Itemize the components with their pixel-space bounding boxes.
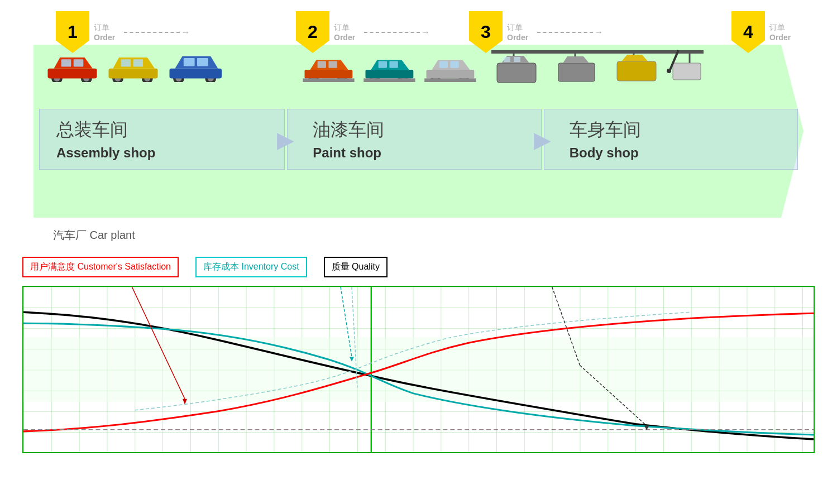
arrow-head-3: → xyxy=(594,27,603,37)
legend-row: 用户满意度 Customer's Satisfaction 库存成本 Inven… xyxy=(22,257,815,277)
car-plant-section: 1 订单 Order → 2 订单 Order → xyxy=(22,11,815,246)
badge-group-4: 4 订单 Order xyxy=(731,11,791,53)
order-cn-3: 订单 xyxy=(507,23,528,33)
car-plant-label: 汽车厂 Car plant xyxy=(53,228,135,243)
svg-rect-43 xyxy=(450,61,458,68)
svg-rect-55 xyxy=(673,63,701,80)
badge-group-1: 1 订单 Order → xyxy=(56,11,190,53)
chart-section: 用户满意度 Customer's Satisfaction 库存成本 Inven… xyxy=(22,257,815,463)
svg-rect-19 xyxy=(184,58,195,66)
chart-svg xyxy=(23,287,814,452)
order-cn-4: 订单 xyxy=(769,23,791,33)
legend-inventory-text: 库存成本 Inventory Cost xyxy=(203,261,299,273)
order-cn-2: 订单 xyxy=(334,23,355,33)
svg-rect-4 xyxy=(48,69,97,79)
svg-rect-13 xyxy=(133,59,144,66)
svg-rect-53 xyxy=(617,61,656,81)
legend-quality-text: 质量 Quality xyxy=(332,261,380,273)
svg-point-57 xyxy=(667,69,671,73)
svg-rect-26 xyxy=(318,61,326,68)
order-cn-1: 订单 xyxy=(94,23,115,33)
car-silver xyxy=(423,51,479,82)
order-en-2: Order xyxy=(334,33,355,42)
order-en-3: Order xyxy=(507,33,528,42)
svg-rect-41 xyxy=(427,70,475,78)
car-group-body xyxy=(491,47,704,98)
dotted-arrow-1: → xyxy=(124,27,190,37)
assembly-cn: 总装车间 xyxy=(56,118,270,142)
dotted-arrow-3: → xyxy=(537,27,603,37)
svg-rect-20 xyxy=(197,58,208,66)
legend-quality: 质量 Quality xyxy=(324,257,388,277)
car-group-paint xyxy=(302,51,479,82)
order-text-3: 订单 Order xyxy=(507,23,528,42)
paint-en: Paint shop xyxy=(313,145,527,161)
order-text-2: 订单 Order xyxy=(334,23,355,42)
badge-2: 2 xyxy=(296,11,329,53)
legend-satisfaction-text: 用户满意度 Customer's Satisfaction xyxy=(30,261,171,273)
badge-4: 4 xyxy=(731,11,765,53)
car-red xyxy=(45,51,100,82)
badge-group-2: 2 订单 Order → xyxy=(296,11,430,53)
svg-rect-36 xyxy=(364,78,415,82)
paint-shop-box: 油漆车间 Paint shop ▶ xyxy=(287,109,541,170)
svg-rect-42 xyxy=(439,61,448,68)
legend-inventory: 库存成本 Inventory Cost xyxy=(195,257,307,277)
svg-rect-47 xyxy=(497,63,536,83)
order-text-4: 订单 Order xyxy=(769,23,791,42)
svg-rect-27 xyxy=(328,61,337,68)
car-yellow xyxy=(106,51,161,82)
dotted-arrow-2: → xyxy=(364,27,430,37)
car-group-assembly xyxy=(45,51,225,82)
svg-rect-44 xyxy=(424,78,476,82)
badge-group-3: 3 订单 Order → xyxy=(469,11,603,53)
car-blue xyxy=(166,51,225,82)
svg-rect-6 xyxy=(74,59,84,66)
main-container: 1 订单 Order → 2 订单 Order → xyxy=(0,0,837,504)
svg-rect-49 xyxy=(514,57,520,62)
dotted-line-2 xyxy=(364,32,420,33)
assembly-shop-box: 总装车间 Assembly shop ▶ xyxy=(39,109,285,170)
svg-rect-60 xyxy=(23,337,814,401)
legend-satisfaction: 用户满意度 Customer's Satisfaction xyxy=(22,257,179,277)
svg-rect-35 xyxy=(389,61,398,68)
body-cn: 车身车间 xyxy=(570,118,783,142)
assembly-en: Assembly shop xyxy=(56,145,270,161)
body-en: Body shop xyxy=(570,145,783,161)
car-teal xyxy=(362,51,418,82)
svg-rect-48 xyxy=(504,57,510,62)
svg-rect-12 xyxy=(121,59,131,66)
order-en-4: Order xyxy=(769,33,791,42)
shops-row: 总装车间 Assembly shop ▶ 油漆车间 Paint shop ▶ 车… xyxy=(39,109,798,170)
svg-rect-34 xyxy=(379,61,387,68)
svg-rect-25 xyxy=(305,70,353,78)
svg-rect-45 xyxy=(491,50,704,54)
body-shop-box: 车身车间 Body shop xyxy=(544,109,798,170)
badge-3: 3 xyxy=(469,11,503,53)
paint-cn: 油漆车间 xyxy=(313,118,527,142)
dotted-line-1 xyxy=(124,32,180,33)
svg-rect-51 xyxy=(558,63,595,81)
car-orange xyxy=(302,51,357,82)
chart-area xyxy=(22,286,815,453)
svg-rect-5 xyxy=(61,59,71,66)
dotted-line-3 xyxy=(537,32,593,33)
svg-rect-33 xyxy=(366,70,414,78)
badge-1: 1 xyxy=(56,11,89,53)
arrow-head-2: → xyxy=(421,27,430,37)
svg-rect-28 xyxy=(303,78,354,82)
order-en-1: Order xyxy=(94,33,115,42)
svg-rect-11 xyxy=(109,69,158,79)
svg-rect-18 xyxy=(170,69,222,79)
arrow-head-1: → xyxy=(181,27,190,37)
body-shop-cars xyxy=(491,47,704,98)
order-text-1: 订单 Order xyxy=(94,23,115,42)
